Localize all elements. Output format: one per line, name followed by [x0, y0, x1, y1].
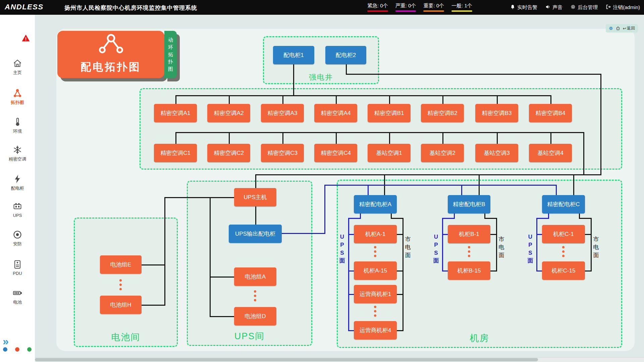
app-logo: ANDLESS — [5, 3, 44, 11]
sidebar-item-home[interactable]: 主页 — [0, 58, 35, 76]
node-rack-c1[interactable]: 机柜C-1 — [542, 225, 585, 243]
node-ac-b4[interactable]: 精密空调B4 — [529, 104, 572, 122]
node-ac-b3[interactable]: 精密空调B3 — [475, 104, 518, 122]
alarm-summary: 紧急: 0个 严重: 0个 重要: 0个 一般: 1个 — [367, 3, 472, 12]
alarm-counter-important[interactable]: 重要: 0个 — [423, 3, 444, 12]
alarm-underline — [423, 10, 444, 12]
connector-line — [164, 197, 235, 198]
node-ups-host[interactable]: UPS主机 — [234, 188, 276, 206]
admin-button[interactable]: 后台管理 — [571, 4, 598, 11]
node-bs-3[interactable]: 基站空调3 — [475, 144, 518, 162]
node-ac-a1[interactable]: 精密空调A1 — [154, 104, 197, 122]
corner-toolbar: ↩返回 — [606, 24, 638, 33]
ellipsis-dots — [374, 246, 377, 257]
connector-line — [490, 270, 497, 272]
node-bs-2[interactable]: 基站空调2 — [421, 144, 464, 162]
node-ac-a4[interactable]: 精密空调A4 — [314, 104, 357, 122]
connector-line — [585, 234, 591, 235]
svg-text:!: ! — [25, 36, 27, 42]
sidebar-item-topology[interactable]: 拓扑图 — [0, 88, 35, 106]
sidebar-expand-button[interactable]: » — [3, 336, 9, 347]
realtime-alarm-button[interactable]: 实时告警 — [510, 4, 537, 11]
node-ac-b1[interactable]: 精密空调B1 — [368, 104, 411, 122]
home-icon[interactable] — [616, 26, 620, 31]
node-bs-1[interactable]: 基站空调1 — [368, 144, 411, 162]
node-ac-b2[interactable]: 精密空调B2 — [421, 104, 464, 122]
node-ac-a2[interactable]: 精密空调A2 — [207, 104, 250, 122]
node-ac-c4[interactable]: 精密空调C4 — [314, 144, 357, 162]
snowflake-icon — [0, 145, 35, 156]
node-pdg1[interactable]: 配电柜1 — [273, 46, 314, 64]
back-button[interactable]: ↩返回 — [623, 25, 635, 31]
node-rack-a15[interactable]: 机柜A-15 — [354, 261, 397, 280]
sidebar-item-ups[interactable]: UPS — [0, 201, 35, 218]
node-pdc-b[interactable]: 精密配电柜B — [448, 195, 490, 214]
node-battery-group-e[interactable]: 电池组E — [100, 255, 142, 274]
node-bs-4[interactable]: 基站空调4 — [529, 144, 572, 162]
sidebar-item-label: PDU — [0, 271, 35, 276]
topbar-menu: 实时告警 声音 后台管理 注销(admin) — [510, 0, 640, 15]
alarm-counter-severe[interactable]: 严重: 0个 — [395, 3, 416, 12]
node-pdc-c[interactable]: 精密配电柜C — [542, 195, 585, 214]
sidebar-item-label: 拓扑图 — [0, 100, 35, 106]
node-ac-c2[interactable]: 精密空调C2 — [207, 144, 250, 162]
sidebar-item-environment[interactable]: 环境 — [0, 117, 35, 134]
connector-line — [600, 74, 601, 175]
node-operator-rack-1[interactable]: 运营商机柜1 — [354, 285, 397, 303]
settings-icon[interactable] — [609, 26, 613, 31]
node-ac-a3[interactable]: 精密空调A3 — [261, 104, 304, 122]
app-window: ANDLESS 扬州市人民检察院中心机房环境监控集中管理系统 紧急: 0个 严重… — [0, 0, 644, 362]
connector-line — [348, 218, 361, 219]
connector-line — [346, 74, 601, 75]
mains-face-label: 市电面 — [498, 235, 505, 259]
horizontal-scrollbar-thumb[interactable] — [35, 358, 538, 361]
status-dot-green — [27, 347, 32, 352]
connector-line — [497, 132, 498, 145]
node-ac-c3[interactable]: 精密空调C3 — [261, 144, 304, 162]
node-battery-group-d[interactable]: 电池组D — [234, 307, 276, 325]
node-rack-c15[interactable]: 机柜C-15 — [542, 261, 585, 280]
ellipsis-dots — [374, 306, 377, 317]
sidebar-item-security[interactable]: 安防 — [0, 230, 35, 247]
sidebar-item-pdu[interactable]: PDU — [0, 259, 35, 276]
ellipsis-dots — [119, 279, 122, 290]
connector-line — [255, 206, 256, 226]
connector-line — [282, 132, 283, 145]
node-pdc-a[interactable]: 精密配电柜A — [354, 195, 397, 214]
sidebar-item-precision-ac[interactable]: 精密空调 — [0, 145, 35, 162]
alarm-text: 一般: 1个 — [451, 3, 472, 9]
logout-button[interactable]: 注销(admin) — [606, 4, 640, 11]
node-rack-a1[interactable]: 机柜A-1 — [354, 225, 397, 243]
page-banner: 配电拓扑图 动环拓扑图 — [57, 31, 177, 78]
node-battery-group-a[interactable]: 电池组A — [234, 267, 276, 286]
node-ac-c1[interactable]: 精密空调C1 — [154, 144, 197, 162]
node-rack-b1[interactable]: 机柜B-1 — [448, 225, 490, 243]
sidebar-item-label: 精密空调 — [0, 156, 35, 162]
back-label: 返回 — [627, 25, 635, 31]
node-battery-group-h[interactable]: 电池组H — [100, 296, 142, 314]
connector-line — [164, 197, 165, 306]
camera-lens-icon — [0, 230, 35, 240]
node-rack-b15[interactable]: 机柜B-15 — [448, 261, 490, 280]
lightning-icon — [0, 174, 35, 185]
connector-line — [579, 218, 592, 219]
banner-tab-donghuan[interactable]: 动环拓扑图 — [164, 31, 177, 78]
alarm-counter-general[interactable]: 一般: 1个 — [451, 3, 472, 12]
alarm-text: 严重: 0个 — [395, 3, 416, 9]
menu-label: 后台管理 — [578, 4, 598, 11]
sidebar-item-battery[interactable]: 电池 — [0, 288, 35, 305]
menu-label: 声音 — [552, 4, 562, 11]
node-operator-rack-4[interactable]: 运营商机柜4 — [354, 321, 397, 340]
status-dot-red — [15, 347, 19, 352]
gear-icon — [571, 4, 576, 10]
connector-line — [397, 270, 403, 272]
speaker-icon — [545, 4, 550, 10]
node-pdg2[interactable]: 配电柜2 — [325, 46, 366, 64]
connector-line — [324, 185, 557, 186]
alarm-counter-urgent[interactable]: 紧急: 0个 — [367, 3, 388, 12]
node-ups-output-cabinet[interactable]: UPS输出配电柜 — [229, 225, 282, 243]
topbar: ANDLESS 扬州市人民检察院中心机房环境监控集中管理系统 紧急: 0个 严重… — [0, 0, 644, 15]
sound-button[interactable]: 声音 — [545, 4, 562, 11]
sidebar-item-power-cabinet[interactable]: 配电柜 — [0, 174, 35, 191]
connector-line — [496, 218, 497, 272]
